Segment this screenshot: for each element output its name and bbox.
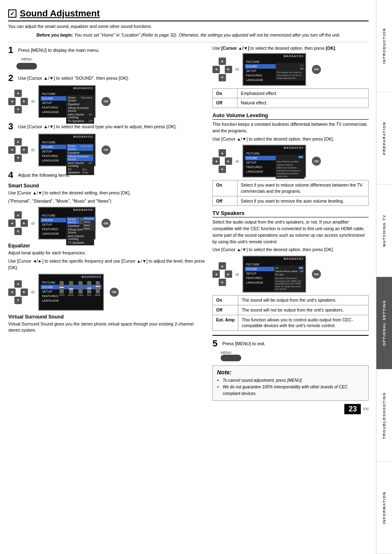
avl-illustration: ▲ ◄ ► ▼ or MAGNAVOX PICTURE SOUND — [212, 145, 369, 178]
step-3-illustration: ▲ ◄ ► ▼ or MAGNAVOX PICT — [8, 134, 206, 166]
ok-btn-vss: OK — [312, 65, 321, 74]
auto-volume-desc1: This function keeps a constant loudness … — [212, 121, 369, 134]
step-2: 2 Use [Cursor ▲/▼] to select "SOUND", th… — [8, 74, 206, 118]
step-3-screen: MAGNAVOX PICTURE SOUND SETUP FEATURES LA… — [38, 134, 96, 166]
step-1-text: Press [MENU] to display the main menu. — [18, 46, 99, 53]
vss-options-table: On Emphasized effect. Off Natural effect… — [212, 88, 369, 108]
eq-bars: 120Hz 500Hz — [57, 279, 102, 298]
menu-btn — [16, 63, 37, 69]
step-3-text: Use [Cursor ▲/▼] to select the sound typ… — [18, 122, 177, 130]
right-btn: ► — [21, 98, 28, 105]
eq-nav: ▲ ◄ ► ▼ — [8, 280, 28, 304]
sidebar-introduction: INTRODUCTION — [376, 0, 392, 92]
ok-btn-avl: OK — [312, 157, 321, 166]
virtual-surround-title: Virtual Surround Sound — [8, 314, 206, 320]
sidebar-watching-tv: WATCHING TV — [376, 185, 392, 277]
step-4-number: 4 — [8, 171, 16, 180]
right-sidebar: INTRODUCTION PREPARATION WATCHING TV OPT… — [376, 0, 392, 554]
before-begin-box: Before you begin: You must set "Home" in… — [8, 32, 369, 39]
tvs-off-text: The sound will not be output from the un… — [238, 305, 369, 315]
title-text: Sound Adjustment — [20, 8, 100, 18]
vss-illustration: ▲ ◄ ► ▼ or MAGNAVOX PICTURE SOUND — [212, 53, 369, 86]
subtitle: You can adjust the smart sound, equalize… — [8, 24, 369, 29]
menu-label: MENU — [21, 57, 32, 61]
ok-btn-tvs: OK — [312, 270, 321, 279]
tvs-extamp-text: This function allows you to control audi… — [238, 315, 369, 330]
smart-sound-illustration: ▲ ◄ ► ▼ or MAGNAVOX PICT — [8, 207, 206, 240]
sidebar-troubleshooting-label: TROUBLESHOOTING — [382, 392, 386, 439]
smart-sound-desc1: Use [Cursor ▲/▼] to select the desired s… — [8, 190, 206, 196]
vss-on-label: On — [213, 88, 238, 98]
avl-on-row: On Select if you want to reduce volume d… — [213, 180, 369, 196]
tvs-extamp-row: Ext. Amp This function allows you to con… — [213, 315, 369, 330]
step-1-number: 1 — [8, 46, 16, 55]
sidebar-preparation-label: PREPARATION — [382, 122, 386, 155]
tv-speakers-title: TV Speakers — [212, 210, 369, 217]
page-suffix: EN — [363, 407, 369, 411]
vss-off-row: Off Natural effect. — [213, 98, 369, 108]
equalizer-title: Equalizer — [8, 243, 206, 249]
sidebar-information-label: INFORMATION — [382, 492, 386, 524]
vss-on-text: Emphasized effect. — [238, 88, 369, 98]
step-3-ok: OK — [101, 145, 111, 155]
step-1: 1 Press [MENU] to display the main menu.… — [8, 46, 206, 69]
or-text-3: or — [31, 148, 35, 152]
auto-volume-desc2: Use [Cursor ▲/▼] to select the desired o… — [212, 136, 369, 143]
checkbox-icon: ✓ — [8, 9, 16, 18]
tvs-extamp-label: Ext. Amp — [213, 315, 238, 330]
before-begin-text: You must set "Home" in "Location" (Refer… — [74, 32, 341, 37]
step-4: 4 Adjust the following items. Smart Soun… — [8, 171, 206, 334]
avl-off-label: Off — [213, 196, 238, 206]
tvs-off-row: Off The sound will not be output from th… — [213, 305, 369, 315]
step-3: 3 Use [Cursor ▲/▼] to select the sound t… — [8, 122, 206, 166]
tv-speakers-desc1: Select the audio output from the unit's … — [212, 219, 369, 245]
ok-btn-eq: OK — [110, 288, 119, 297]
virtual-surround-desc: Virtual Surround Sound gives you the ste… — [8, 321, 206, 334]
menu-remote: MENU — [16, 57, 37, 69]
ok-btn-2: OK — [101, 97, 111, 106]
tvs-off-label: Off — [213, 305, 238, 315]
step-5-menu-label: MENU — [221, 351, 369, 355]
up-btn: ▲ — [14, 90, 22, 97]
step-5-remote: MENU — [221, 351, 369, 361]
step-2-text: Use [Cursor ▲/▼] to select "SOUND", then… — [18, 74, 129, 81]
vss-screen: MAGNAVOX PICTURE SOUND SETUP FEATURES LA… — [242, 53, 306, 86]
down-btn: ▼ — [14, 106, 22, 113]
tvs-on-text: The sound will be output from the unit's… — [238, 295, 369, 305]
avl-off-row: Off Select if you want to remove the aut… — [213, 196, 369, 206]
equalizer-desc2: Use [Cursor ◄/►] to select the specific … — [8, 258, 206, 271]
step-1-illustration: MENU — [16, 57, 206, 69]
note-item-2: We do not guarantee 100% interoperabilit… — [223, 384, 364, 397]
sidebar-troubleshooting: TROUBLESHOOTING — [376, 369, 392, 462]
vss-off-text: Natural effect. — [238, 98, 369, 108]
page-title: ✓ Sound Adjustment — [8, 8, 369, 19]
vss-off-label: Off — [213, 98, 238, 108]
step-2-nav: ▲ ◄ ► ▼ — [8, 90, 28, 113]
step-3-nav: ▲ ◄ ► ▼ — [8, 138, 28, 162]
page-number: 23 — [344, 404, 361, 414]
auto-volume-title: Auto Volume Leveling — [212, 112, 369, 120]
ok-btn-3: OK — [101, 145, 111, 155]
tvs-on-label: On — [213, 295, 238, 305]
avl-on-text: Select if you want to reduce volume diff… — [238, 180, 369, 196]
ok-btn-smart: OK — [101, 219, 111, 228]
note-box: Note: To cancel sound adjustment, press … — [212, 365, 369, 401]
step-2-illustration: ▲ ◄ ► ▼ or — [8, 85, 206, 118]
sidebar-introduction-label: INTRODUCTION — [382, 28, 386, 64]
smart-sound-screen: MAGNAVOX PICTURE SOUND SETUP FEATURES LA… — [38, 207, 96, 240]
smart-sound-options: Personal Movie Music News — [83, 217, 95, 231]
step-5: 5 Press [MENU] to exit. MENU — [212, 335, 369, 361]
equalizer-illustration: ▲ ◄ ► ▼ or MAGNAVOX PICT — [8, 274, 206, 311]
note-list: To cancel sound adjustment, press [MENU]… — [217, 377, 364, 397]
step-2-number: 2 — [8, 74, 16, 83]
step-2-ok: OK — [101, 97, 111, 106]
avl-off-text: Select if you want to remove the auto vo… — [238, 196, 369, 206]
tvs-options-table: On The sound will be output from the uni… — [212, 295, 369, 331]
avl-options-table: On Select if you want to reduce volume d… — [212, 180, 369, 206]
step-4-text: Adjust the following items. — [18, 171, 70, 178]
sidebar-optional-label: OPTIONAL SETTING — [382, 300, 386, 346]
equalizer-desc1: Adjust tonal quality for each frequencie… — [8, 250, 206, 256]
step-2-screen: MAGNAVOX PICTURE SOUND SETUP FEATURES LA… — [38, 85, 96, 118]
equalizer-screen: MAGNAVOX PICTURE SOUND SETUP FEATURES LA… — [38, 274, 104, 311]
step-5-number: 5 — [212, 339, 220, 348]
